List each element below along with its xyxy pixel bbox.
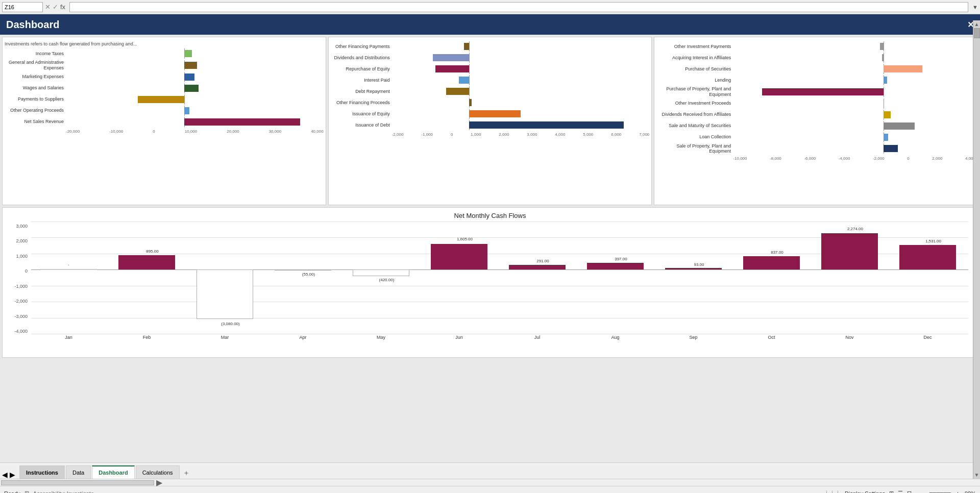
net-sales-bar-container <box>66 117 324 127</box>
other-investment-proceeds-label: Other Investment Proceeds <box>656 101 733 106</box>
ofp-bar-container <box>392 41 650 52</box>
prev-sheet-icon[interactable]: ◀ <box>2 471 8 479</box>
acquiring-interest-row: Acquiring Interest in Affiliates <box>656 53 975 63</box>
zero-line <box>31 269 968 270</box>
sale-ppe-row: Sale of Property, Plant and Equipment <box>656 143 975 155</box>
jun-label: Jun <box>431 335 487 340</box>
fin-axis-8: 5,000 <box>583 132 593 137</box>
dividends-bar-container <box>392 53 650 63</box>
h-scroll-bar[interactable]: ▶ <box>0 479 980 486</box>
function-icon[interactable]: fx <box>60 3 65 11</box>
display-settings-label[interactable]: Display Settings <box>845 490 885 494</box>
scroll-up-icon[interactable]: ▲ <box>973 20 980 27</box>
jul-value: 291.00 <box>509 259 576 263</box>
fin-axis-5: 2,000 <box>499 132 509 137</box>
monthly-chart-title: Net Monthly Cash Flows <box>7 212 973 219</box>
payments-suppliers-label: Payments to Suppliers <box>5 96 66 102</box>
op-axis-2: -10,000 <box>109 129 123 134</box>
next-sheet-icon[interactable]: ▶ <box>10 471 15 479</box>
other-investment-payments-row: Other Investment Payments <box>656 41 975 52</box>
sale-ppe-bar-container <box>733 143 975 154</box>
scroll-right-icon[interactable]: ▶ <box>156 478 162 487</box>
oct-value: 837.00 <box>743 250 811 255</box>
ga-expenses-label: General and AdministrativeExpenses <box>5 60 66 71</box>
sm-bar-container <box>733 121 975 131</box>
loan-collection-row: Loan Collection <box>656 132 975 142</box>
issuance-debt-row: Issuance of Debt <box>331 120 650 130</box>
monthly-chart-panel: Net Monthly Cash Flows 3,000 2,000 1,000… <box>2 207 978 358</box>
zoom-out-icon[interactable]: － <box>920 489 925 493</box>
h-scroll-thumb[interactable] <box>1 480 154 485</box>
title-bar: Dashboard ✕ <box>0 14 980 35</box>
ready-status: Ready <box>4 490 20 494</box>
inv-axis-6: 0 <box>907 156 909 161</box>
cell-reference[interactable]: Z16 <box>2 2 43 12</box>
accessibility-label[interactable]: Accessibility: Investigate <box>33 490 94 494</box>
lending-bar-container <box>733 75 975 85</box>
ppe-bar-container <box>733 87 975 97</box>
confirm-icon[interactable]: ✓ <box>53 3 58 11</box>
ai-bar-container <box>733 53 975 63</box>
mar-value: (3,080.00) <box>197 322 264 326</box>
purchase-securities-label: Purchase of Securities <box>656 66 733 72</box>
debt-repayment-row: Debt Repayment <box>331 86 650 96</box>
feb-label: Feb <box>118 335 175 340</box>
sep-value: 93.00 <box>665 262 732 267</box>
interest-paid-label: Interest Paid <box>331 78 392 83</box>
dec-value: 1,531.00 <box>899 239 967 243</box>
lending-label: Lending <box>656 78 733 83</box>
wages-salaries-label: Wages and Salaries <box>5 85 66 91</box>
page-break-icon[interactable]: ⊟ <box>907 490 912 493</box>
zoom-in-icon[interactable]: ＋ <box>955 489 961 493</box>
other-operating-bar-container <box>66 106 324 116</box>
wages-salaries-bar-container <box>66 83 324 93</box>
lending-row: Lending <box>656 75 975 85</box>
scroll-down-icon[interactable]: ▼ <box>973 472 980 478</box>
scroll-thumb[interactable] <box>974 28 980 38</box>
issuance-equity-label: Issuance of Equity <box>331 111 392 117</box>
normal-view-icon[interactable]: ⊞ <box>889 490 894 493</box>
formula-bar-icons: ✕ ✓ fx <box>45 3 65 11</box>
tab-dashboard[interactable]: Dashboard <box>92 465 134 479</box>
add-sheet-button[interactable]: ＋ <box>181 467 192 479</box>
zoom-slider[interactable]: ━━━━━━ <box>929 490 951 493</box>
y-label-3000: 3,000 <box>16 224 28 229</box>
page-layout-icon[interactable]: ☰ <box>898 490 903 493</box>
income-taxes-label: Income Taxes <box>5 51 66 57</box>
y-label-1000: 1,000 <box>16 254 28 259</box>
cancel-icon[interactable]: ✕ <box>45 3 51 11</box>
dividends-affiliates-label: Dividends Received from Affiliates <box>656 112 733 117</box>
expand-formula-icon[interactable]: ▼ <box>972 4 978 10</box>
repurchase-equity-label: Repurchase of Equity <box>331 66 392 72</box>
more-options-icon[interactable]: ⋮⋮⋮ <box>824 490 841 493</box>
op-axis-6: 30,000 <box>269 129 281 134</box>
tab-instructions[interactable]: Instructions <box>19 465 65 479</box>
fin-axis-9: 6,000 <box>611 132 621 137</box>
bars-area: - Jan 895.00 Feb (3,080.00) Mar <box>31 221 968 334</box>
lc-bar-container <box>733 132 975 142</box>
debt-repayment-label: Debt Repayment <box>331 89 392 94</box>
other-investment-payments-label: Other Investment Payments <box>656 44 733 50</box>
vertical-scrollbar[interactable]: ▲ ▼ <box>973 20 980 479</box>
tab-data[interactable]: Data <box>66 465 91 479</box>
op-axis-4: 10,000 <box>185 129 197 134</box>
formula-input[interactable] <box>69 2 968 12</box>
ga-expenses-bar-container <box>66 60 324 70</box>
mar-label: Mar <box>197 335 253 340</box>
loan-collection-label: Loan Collection <box>656 134 733 140</box>
dividends-label: Dividends and Distributions <box>331 55 392 61</box>
op-axis-7: 40,000 <box>311 129 323 134</box>
y-label-neg4000: -4,000 <box>14 329 28 334</box>
fin-axis-6: 3,000 <box>527 132 537 137</box>
dec-label: Dec <box>899 335 955 340</box>
payments-suppliers-bar-container <box>66 94 324 105</box>
tab-calculations[interactable]: Calculations <box>136 465 180 479</box>
other-financing-payments-row: Other Financing Payments <box>331 41 650 52</box>
acquiring-interest-label: Acquiring Interest in Affiliates <box>656 55 733 61</box>
fin-axis-10: 7,000 <box>639 132 649 137</box>
issuance-equity-bar-container <box>392 109 650 119</box>
fin-axis-7: 4,000 <box>555 132 565 137</box>
y-label-2000: 2,000 <box>16 238 28 243</box>
issuance-debt-bar-container <box>392 120 650 130</box>
marketing-expenses-bar-container <box>66 72 324 82</box>
